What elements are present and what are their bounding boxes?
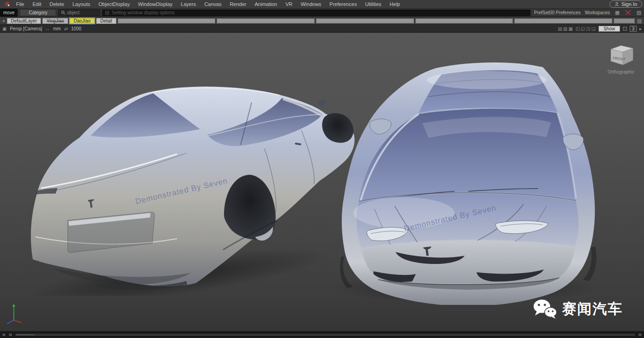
layer-chip-yingjiao[interactable]: YingJiao	[42, 18, 68, 24]
alias-window: File Edit Delete Layouts ObjectDisplay W…	[0, 0, 644, 338]
app-logo-icon[interactable]	[4, 1, 10, 7]
timeline-track[interactable]	[15, 333, 636, 337]
menu-animation[interactable]: Animation	[251, 0, 282, 8]
prompt-text: Setting window display options	[112, 10, 174, 15]
timeline-end-box[interactable]	[638, 333, 642, 337]
menu-delete[interactable]: Delete	[46, 0, 69, 8]
layer-scroll-left-icon[interactable]: ◂	[1, 18, 6, 23]
object-search-field[interactable]: object	[58, 9, 100, 16]
workspaces-menu[interactable]: Workspaces	[585, 10, 610, 15]
layer-bar-empty-slot	[118, 18, 216, 23]
timeline-bar	[0, 331, 644, 338]
car-left-mirror	[317, 99, 326, 106]
shading-toggle-icon[interactable]: ▤	[558, 26, 562, 31]
layer-chip-daojiao[interactable]: DaoJiao	[69, 18, 95, 24]
timeline-option-box[interactable]	[8, 333, 12, 337]
viewport-header-right: ▤ ▥ ▦ ◰ ◱ ◳ ◲ Show 3 ▸	[558, 26, 642, 32]
layer-bar-options-icon[interactable]: ▨	[636, 18, 643, 24]
show-count-field[interactable]: 3	[630, 26, 637, 32]
panel-toggle-icon[interactable]: ▨	[636, 10, 642, 16]
transform-manipulator-icon[interactable]	[625, 10, 632, 16]
brand-name: 赛闻汽车	[562, 299, 623, 319]
viewport-expand-icon[interactable]: ▸	[639, 26, 642, 31]
menu-render[interactable]: Render	[225, 0, 250, 8]
wechat-logo-icon	[533, 299, 558, 319]
prompt-toolbar: move Category object Setting window disp…	[0, 9, 644, 17]
menu-vr[interactable]: VR	[281, 0, 296, 8]
menu-utilities[interactable]: Utilities	[361, 0, 385, 8]
viewport-header: ▣ Persp [Camera] ↔ mm ⇄ 1000 ▤ ▥ ▦ ◰ ◱ ◳…	[0, 25, 644, 33]
viewport-scale-value[interactable]: 1000	[71, 26, 81, 31]
timeline-option-box[interactable]	[2, 333, 6, 337]
layout-full-icon[interactable]: ◲	[592, 26, 596, 31]
toolbar-right-cluster: PrefSet00 Preferences Workspaces ▦ ▨	[532, 10, 644, 16]
viewport-unit-label[interactable]: mm	[53, 26, 61, 31]
menu-layers[interactable]: Layers	[177, 0, 200, 8]
layer-bar-empty-slot	[415, 18, 513, 23]
resize-icon: ↔	[45, 26, 50, 31]
view-cube[interactable]: FRONT Orthographic	[604, 41, 638, 74]
scale-arrows-icon: ⇄	[64, 26, 68, 31]
viewport-menu-icon[interactable]: ▣	[2, 26, 6, 31]
menu-canvas[interactable]: Canvas	[200, 0, 225, 8]
menu-edit[interactable]: Edit	[29, 0, 46, 8]
menu-objectdisplay[interactable]: ObjectDisplay	[94, 0, 134, 8]
object-search-placeholder: object	[67, 10, 80, 15]
workspace-grid-icon[interactable]: ▦	[614, 10, 621, 16]
prompt-line: Setting window display options	[102, 10, 530, 16]
menu-windowdisplay[interactable]: WindowDisplay	[134, 0, 177, 8]
search-icon	[61, 11, 65, 15]
show-button[interactable]: Show	[598, 26, 620, 32]
menu-preferences[interactable]: Preferences	[325, 0, 361, 8]
show-option-box[interactable]	[623, 27, 627, 31]
car-model-right-front-view[interactable]	[330, 54, 602, 305]
layout-single-icon[interactable]: ◰	[575, 26, 580, 31]
perspective-viewport[interactable]: Demonstrated By Seven Demonstrated By Se…	[0, 33, 644, 331]
menu-windows[interactable]: Windows	[297, 0, 326, 8]
layout-quad-icon[interactable]: ◳	[586, 26, 590, 31]
menu-help[interactable]: Help	[385, 0, 404, 8]
prefset-menu[interactable]: PrefSet00 Preferences	[534, 10, 581, 15]
layer-bar-empty-slot	[217, 18, 315, 23]
wechat-branding: 赛闻汽车	[533, 299, 623, 319]
menu-file[interactable]: File	[12, 0, 29, 8]
axis-gizmo	[4, 301, 24, 325]
layout-split-icon[interactable]: ◱	[581, 26, 585, 31]
layer-bar-empty-slot	[514, 18, 612, 23]
category-dropdown[interactable]: Category	[20, 9, 56, 16]
wireframe-toggle-icon[interactable]: ▥	[563, 26, 567, 31]
menu-bar: File Edit Delete Layouts ObjectDisplay W…	[0, 0, 644, 9]
prompt-history-icon[interactable]	[105, 11, 109, 15]
user-icon	[615, 2, 619, 6]
texture-toggle-icon[interactable]: ▦	[569, 26, 573, 31]
current-tool-label: move	[0, 9, 18, 17]
layer-bar-empty-slot	[316, 18, 414, 23]
sign-in-label: Sign In	[621, 1, 637, 7]
viewport-camera-label[interactable]: Persp [Camera]	[10, 26, 42, 31]
sign-in-button[interactable]: Sign In	[610, 0, 642, 8]
layer-bar: ◂ DefaultLayer YingJiao DaoJiao Detail ▨	[0, 17, 644, 25]
projection-label[interactable]: Orthographic	[604, 69, 638, 74]
layer-bar-endcap	[614, 18, 635, 23]
view-cube-icon[interactable]: FRONT	[606, 41, 636, 67]
layer-chip-detail[interactable]: Detail	[96, 18, 116, 24]
layer-chip-defaultlayer[interactable]: DefaultLayer	[7, 18, 41, 24]
menu-layouts[interactable]: Layouts	[69, 0, 95, 8]
